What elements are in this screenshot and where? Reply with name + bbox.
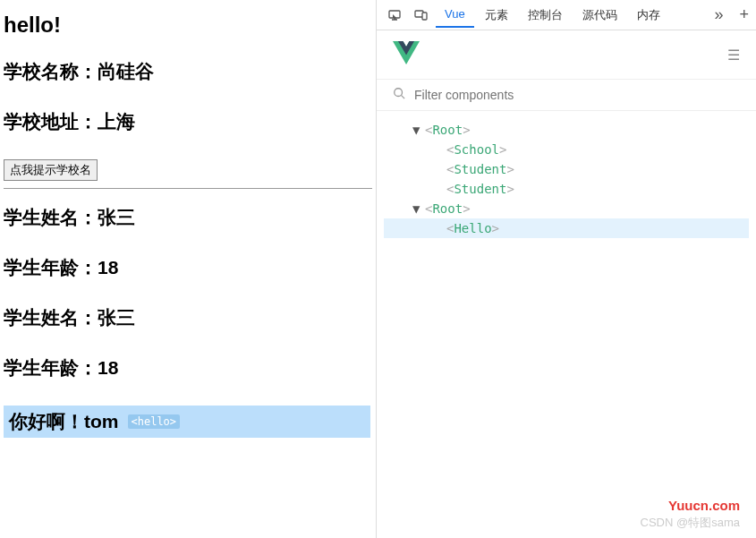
hello-tag: <hello>: [128, 414, 181, 429]
tab-memory[interactable]: 内存: [628, 2, 669, 29]
student-age: 学生年龄：18: [4, 355, 372, 380]
tab-console[interactable]: 控制台: [519, 2, 572, 29]
tree-node-hello[interactable]: <Hello>: [384, 218, 749, 238]
svg-point-3: [395, 89, 403, 97]
alert-school-button[interactable]: 点我提示学校名: [4, 159, 98, 181]
vue-logo-icon: [393, 41, 420, 68]
tree-node-root[interactable]: ▼<Root>: [384, 120, 749, 140]
menu-icon[interactable]: ☰: [727, 47, 740, 64]
tree-node-school[interactable]: <School>: [384, 140, 749, 159]
tab-vue[interactable]: Vue: [436, 2, 474, 28]
page-title: hello!: [4, 13, 372, 38]
search-input[interactable]: [414, 88, 740, 102]
divider: [4, 188, 372, 189]
vue-toolbar: ☰: [377, 30, 756, 80]
svg-line-4: [402, 96, 405, 99]
hello-component-highlight[interactable]: 你好啊！tom <hello>: [4, 406, 370, 438]
svg-rect-2: [422, 13, 427, 20]
student-name: 学生姓名：张三: [4, 305, 372, 330]
devtools-panel: Vue 元素 控制台 源代码 内存 » + ☰ ▼<Root> <School>…: [376, 0, 756, 538]
student-age: 学生年龄：18: [4, 255, 372, 280]
tab-sources[interactable]: 源代码: [573, 2, 626, 29]
tree-node-root[interactable]: ▼<Root>: [384, 199, 749, 218]
more-tabs-icon[interactable]: »: [707, 5, 730, 24]
search-icon: [393, 87, 405, 103]
watermark-site: Yuucn.com: [668, 498, 740, 513]
tree-node-student[interactable]: <Student>: [384, 159, 749, 179]
student-name: 学生姓名：张三: [4, 205, 372, 230]
add-tab-icon[interactable]: +: [732, 5, 756, 24]
component-tree: ▼<Root> <School> <Student> <Student> ▼<R…: [377, 111, 756, 247]
school-name: 学校名称：尚硅谷: [4, 59, 372, 84]
watermark-csdn: CSDN @特图sama: [641, 515, 740, 531]
hello-text: 你好啊！tom: [9, 409, 119, 434]
device-icon[interactable]: [409, 3, 434, 28]
devtools-tabs: Vue 元素 控制台 源代码 内存 » +: [377, 0, 756, 30]
tab-elements[interactable]: 元素: [476, 2, 517, 29]
component-search: [377, 80, 756, 111]
app-panel: hello! 学校名称：尚硅谷 学校地址：上海 点我提示学校名 学生姓名：张三 …: [0, 0, 376, 538]
tree-node-student[interactable]: <Student>: [384, 179, 749, 199]
inspect-icon[interactable]: [382, 3, 407, 28]
school-address: 学校地址：上海: [4, 109, 372, 134]
